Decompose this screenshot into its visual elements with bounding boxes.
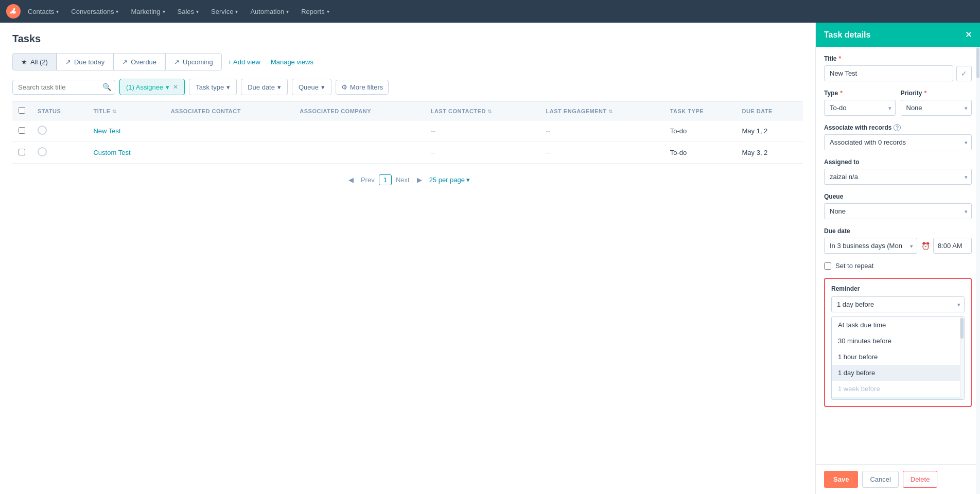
- reminder-option-custom[interactable]: Custom Date: [832, 397, 964, 399]
- reminder-option-1hour[interactable]: 1 hour before: [832, 349, 964, 365]
- overdue-icon: ↗: [122, 58, 128, 66]
- tab-overdue[interactable]: ↗ Overdue: [113, 53, 165, 70]
- associated-company-1: [293, 142, 425, 164]
- manage-views-button[interactable]: Manage views: [267, 55, 318, 69]
- reminder-select[interactable]: 1 day before: [831, 296, 965, 312]
- search-icon: 🔍: [102, 83, 111, 91]
- assigned-to-select-wrapper: zaizai n/a ▾: [824, 169, 972, 185]
- cancel-button[interactable]: Cancel: [862, 471, 898, 488]
- nav-sales[interactable]: Sales ▾: [172, 6, 204, 17]
- due-date-select[interactable]: In 3 business days (Monday): [824, 238, 917, 254]
- per-page-chevron: ▾: [466, 176, 470, 184]
- page-title: Tasks: [12, 33, 803, 45]
- nav-marketing[interactable]: Marketing ▾: [126, 6, 170, 17]
- panel-body: Title * ✓ Type * To-do: [816, 47, 980, 464]
- type-select-wrapper: To-do Call Email ▾: [824, 100, 896, 116]
- sales-chevron: ▾: [196, 9, 199, 14]
- panel-title: Task details: [824, 30, 870, 40]
- pagination: ◀ Prev 1 Next ▶ 25 per page ▾: [12, 174, 803, 186]
- queue-select-wrapper: None ▾: [824, 203, 972, 219]
- associate-select-wrapper: Associated with 0 records ▾: [824, 134, 972, 150]
- task-title-0[interactable]: New Test: [87, 120, 164, 142]
- panel-scrollbar-thumb: [976, 47, 979, 78]
- filters-row: 🔍 (1) Assignee ▾ ✕ Task type ▾ Due date …: [12, 79, 803, 95]
- task-details-panel: Task details ✕ Title * ✓ Type: [815, 23, 980, 494]
- col-task-type: TASK TYPE: [664, 102, 736, 120]
- search-input[interactable]: [12, 80, 115, 95]
- due-date-field-group: Due date In 3 business days (Monday) ▾ ⏰: [824, 227, 972, 254]
- select-all-checkbox[interactable]: [19, 107, 25, 114]
- nav-automation[interactable]: Automation ▾: [245, 6, 294, 17]
- task-type-1: To-do: [664, 142, 736, 164]
- check-button[interactable]: ✓: [956, 66, 972, 81]
- title-input[interactable]: [824, 65, 953, 81]
- tab-due-today[interactable]: ↗ Due today: [57, 53, 113, 70]
- reminder-section: Reminder 1 day before ▾ At task due time…: [824, 278, 972, 407]
- associated-company-0: [293, 120, 425, 142]
- tab-upcoming[interactable]: ↗ Upcoming: [165, 53, 222, 70]
- col-associated-contact: ASSOCIATED CONTACT: [165, 102, 294, 120]
- due-date-filter[interactable]: Due date ▾: [241, 79, 288, 95]
- view-tabs: ★ All (2) ↗ Due today ↗ Overdue ↗ Upcomi…: [12, 53, 803, 70]
- assignee-chevron: ▾: [166, 83, 169, 91]
- type-priority-group: Type * To-do Call Email ▾ Priorit: [824, 90, 972, 116]
- marketing-chevron: ▾: [163, 9, 165, 14]
- upcoming-icon: ↗: [174, 58, 180, 66]
- last-contacted-1: --: [425, 142, 540, 164]
- due-today-icon: ↗: [65, 58, 71, 66]
- queue-field-group: Queue None ▾: [824, 193, 972, 219]
- associate-info-icon: ?: [894, 124, 901, 131]
- type-field: Type * To-do Call Email ▾: [824, 90, 896, 116]
- per-page-selector[interactable]: 25 per page ▾: [429, 176, 470, 184]
- nav-service[interactable]: Service ▾: [206, 6, 243, 17]
- task-type-filter[interactable]: Task type ▾: [189, 79, 237, 95]
- assigned-to-field-group: Assigned to zaizai n/a ▾: [824, 158, 972, 185]
- reminder-option-at-due-time[interactable]: At task due time: [832, 317, 964, 333]
- row-checkbox-0[interactable]: [19, 127, 25, 134]
- reminder-option-1day[interactable]: 1 day before: [832, 365, 964, 381]
- save-button[interactable]: Save: [824, 471, 858, 488]
- type-select[interactable]: To-do Call Email: [824, 100, 896, 116]
- col-title[interactable]: TITLE ⇅: [87, 102, 164, 120]
- title-label: Title *: [824, 55, 972, 62]
- queue-select[interactable]: None: [824, 203, 972, 219]
- current-page[interactable]: 1: [379, 174, 392, 185]
- row-checkbox-1[interactable]: [19, 149, 25, 155]
- repeat-checkbox[interactable]: [824, 262, 831, 270]
- panel-close-button[interactable]: ✕: [965, 30, 972, 40]
- conversations-chevron: ▾: [116, 9, 118, 14]
- priority-select[interactable]: None Low Medium High: [901, 100, 972, 116]
- dropdown-scrollbar-thumb: [960, 318, 964, 339]
- assigned-to-select[interactable]: zaizai n/a: [824, 169, 972, 185]
- col-last-engagement[interactable]: LAST ENGAGEMENT ⇅: [540, 102, 664, 120]
- task-title-1[interactable]: Custom Test: [87, 142, 164, 164]
- associate-select[interactable]: Associated with 0 records: [824, 134, 972, 150]
- next-button[interactable]: ▶: [414, 174, 425, 186]
- associate-field-group: Associate with records ? Associated with…: [824, 124, 972, 150]
- due-date-row: In 3 business days (Monday) ▾ ⏰: [824, 238, 972, 254]
- more-filters-button[interactable]: ⚙ More filters: [336, 80, 389, 95]
- time-input-row: ⏰: [921, 238, 972, 254]
- nav-reports[interactable]: Reports ▾: [296, 6, 335, 17]
- nav-conversations[interactable]: Conversations ▾: [66, 6, 124, 17]
- assignee-clear[interactable]: ✕: [173, 83, 178, 91]
- top-navigation: Contacts ▾ Conversations ▾ Marketing ▾ S…: [0, 0, 980, 23]
- nav-contacts[interactable]: Contacts ▾: [23, 6, 64, 17]
- delete-button[interactable]: Delete: [903, 471, 938, 488]
- tab-all[interactable]: ★ All (2): [12, 53, 57, 70]
- col-last-contacted[interactable]: LAST CONTACTED ⇅: [425, 102, 540, 120]
- queue-filter[interactable]: Queue ▾: [292, 79, 331, 95]
- time-input[interactable]: [933, 238, 972, 254]
- col-due-date: DUE DATE: [736, 102, 803, 120]
- add-view-button[interactable]: + Add view: [222, 55, 267, 69]
- panel-header: Task details ✕: [816, 23, 980, 47]
- table-row: Custom Test -- -- To-do May 3, 2: [12, 142, 803, 164]
- status-icon-1: [38, 147, 47, 156]
- table-row: New Test -- -- To-do May 1, 2: [12, 120, 803, 142]
- reminder-options-scroll[interactable]: At task due time 30 minutes before 1 hou…: [832, 317, 964, 399]
- assignee-filter[interactable]: (1) Assignee ▾ ✕: [119, 79, 185, 95]
- reminder-option-30min[interactable]: 30 minutes before: [832, 333, 964, 349]
- queue-filter-chevron: ▾: [321, 83, 325, 91]
- panel-scrollbar-track: [976, 45, 980, 494]
- prev-button[interactable]: ◀: [345, 174, 357, 186]
